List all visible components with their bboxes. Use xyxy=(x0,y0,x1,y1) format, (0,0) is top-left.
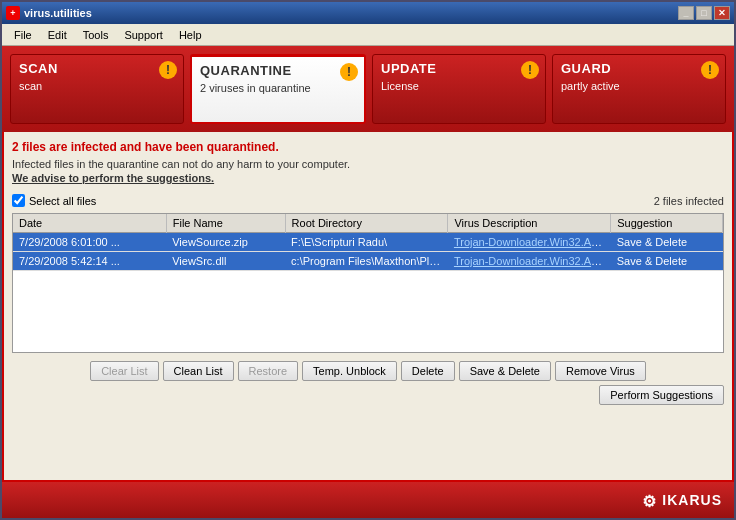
menu-bar: File Edit Tools Support Help xyxy=(2,24,734,46)
select-all-checkbox[interactable] xyxy=(12,194,25,207)
ikarus-logo: ⚙ IKARUS xyxy=(642,492,722,508)
menu-help[interactable]: Help xyxy=(171,27,210,43)
title-bar: + virus.utilities _ □ ✕ xyxy=(2,2,734,24)
clear-list-button[interactable]: Clear List xyxy=(90,361,158,381)
clean-list-button[interactable]: Clean List xyxy=(163,361,234,381)
close-button[interactable]: ✕ xyxy=(714,6,730,20)
perform-suggestions-button[interactable]: Perform Suggestions xyxy=(599,385,724,405)
minimize-button[interactable]: _ xyxy=(678,6,694,20)
cell-rootdir: F:\E\Scripturi Radu\ xyxy=(285,233,448,252)
infected-files-table: Date File Name Root Directory Virus Desc… xyxy=(12,213,724,353)
alert-text: 2 files are infected and have been quara… xyxy=(12,140,724,154)
update-warning: ! xyxy=(521,61,539,79)
tiles-panel: ! SCAN scan ! QUARANTINE 2 viruses in qu… xyxy=(2,46,734,132)
restore-button[interactable]: Restore xyxy=(238,361,299,381)
tile-quarantine[interactable]: ! QUARANTINE 2 viruses in quarantine xyxy=(190,54,366,124)
title-bar-left: + virus.utilities xyxy=(6,6,92,20)
scan-title: SCAN xyxy=(19,61,175,76)
scan-warning: ! xyxy=(159,61,177,79)
col-rootdir: Root Directory xyxy=(285,214,448,233)
menu-edit[interactable]: Edit xyxy=(40,27,75,43)
cell-date: 7/29/2008 6:01:00 ... xyxy=(13,233,166,252)
delete-button[interactable]: Delete xyxy=(401,361,455,381)
col-suggestion: Suggestion xyxy=(611,214,723,233)
scan-subtitle: scan xyxy=(19,80,175,92)
cell-virus: Trojan-Downloader.Win32.Age... xyxy=(448,252,611,271)
temp-unblock-button[interactable]: Temp. Unblock xyxy=(302,361,397,381)
menu-tools[interactable]: Tools xyxy=(75,27,117,43)
cell-rootdir: c:\Program Files\Maxthon\Plu... xyxy=(285,252,448,271)
cell-suggestion: Save & Delete xyxy=(611,252,723,271)
maximize-button[interactable]: □ xyxy=(696,6,712,20)
cell-filename: ViewSrc.dll xyxy=(166,252,285,271)
advise-text: We advise to perform the suggestions. xyxy=(12,172,724,184)
cell-suggestion: Save & Delete xyxy=(611,233,723,252)
title-bar-buttons: _ □ ✕ xyxy=(678,6,730,20)
files-count: 2 files infected xyxy=(654,195,724,207)
cell-date: 7/29/2008 5:42:14 ... xyxy=(13,252,166,271)
menu-support[interactable]: Support xyxy=(116,27,171,43)
remove-virus-button[interactable]: Remove Virus xyxy=(555,361,646,381)
quarantine-subtitle: 2 viruses in quarantine xyxy=(200,82,356,94)
gear-icon: ⚙ xyxy=(642,492,658,508)
col-virus: Virus Description xyxy=(448,214,611,233)
quarantine-warning: ! xyxy=(340,63,358,81)
tile-guard[interactable]: ! GUARD partly active xyxy=(552,54,726,124)
table-row[interactable]: 7/29/2008 6:01:00 ... ViewSource.zip F:\… xyxy=(13,233,723,252)
guard-subtitle: partly active xyxy=(561,80,717,92)
cell-virus: Trojan-Downloader.Win32.Age... xyxy=(448,233,611,252)
tile-update[interactable]: ! UPDATE License xyxy=(372,54,546,124)
button-row-1: Clear List Clean List Restore Temp. Unbl… xyxy=(12,361,724,381)
select-all-text: Select all files xyxy=(29,195,96,207)
app-title: virus.utilities xyxy=(24,7,92,19)
col-filename: File Name xyxy=(166,214,285,233)
app-icon: + xyxy=(6,6,20,20)
ikarus-text: IKARUS xyxy=(662,492,722,508)
bottom-bar: ⚙ IKARUS xyxy=(2,482,734,518)
quarantine-title: QUARANTINE xyxy=(200,63,356,78)
col-date: Date xyxy=(13,214,166,233)
content-area: 2 files are infected and have been quara… xyxy=(2,132,734,482)
guard-warning: ! xyxy=(701,61,719,79)
app-window: + virus.utilities _ □ ✕ File Edit Tools … xyxy=(0,0,736,520)
guard-title: GUARD xyxy=(561,61,717,76)
button-row-2: Perform Suggestions xyxy=(12,385,724,405)
select-all-label[interactable]: Select all files xyxy=(12,194,96,207)
select-all-row: Select all files 2 files infected xyxy=(12,194,724,207)
save-delete-button[interactable]: Save & Delete xyxy=(459,361,551,381)
update-subtitle: License xyxy=(381,80,537,92)
tile-scan[interactable]: ! SCAN scan xyxy=(10,54,184,124)
info-text-1: Infected files in the quarantine can not… xyxy=(12,158,724,170)
update-title: UPDATE xyxy=(381,61,537,76)
cell-filename: ViewSource.zip xyxy=(166,233,285,252)
table-row[interactable]: 7/29/2008 5:42:14 ... ViewSrc.dll c:\Pro… xyxy=(13,252,723,271)
menu-file[interactable]: File xyxy=(6,27,40,43)
